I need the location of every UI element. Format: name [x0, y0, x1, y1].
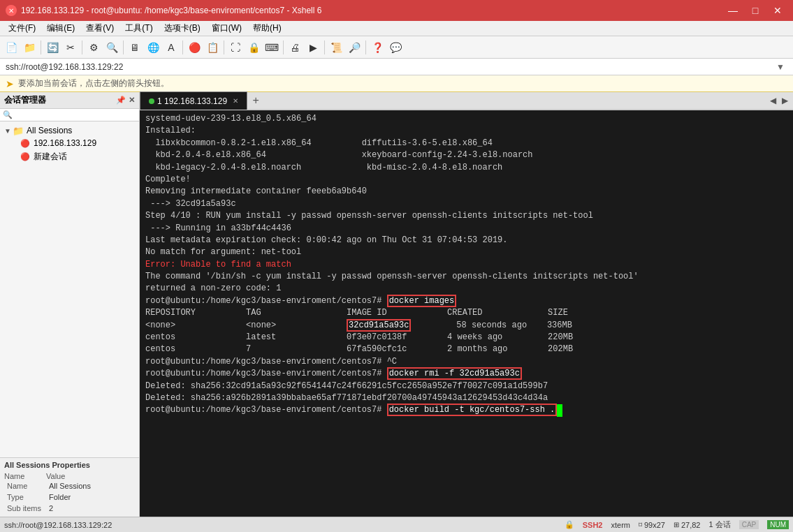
- terminal-cursor: [557, 404, 562, 416]
- menu-file[interactable]: 文件(F): [3, 21, 41, 36]
- status-size: ⌑ 99x27: [639, 521, 665, 529]
- tb-font-btn[interactable]: A: [163, 39, 180, 56]
- tb-help-btn[interactable]: ❓: [369, 39, 386, 56]
- terminal-line: Deleted: sha256:32cd91a5a93c92f6541447c2…: [145, 380, 787, 392]
- tb-globe-btn[interactable]: 🌐: [145, 39, 161, 56]
- tree-new-session-label: 新建会话: [34, 151, 67, 163]
- session-icon: 🔴: [20, 138, 31, 148]
- terminal-line: REPOSITORY TAG IMAGE ID CREATED SIZE: [145, 307, 787, 319]
- terminal-line: Step 4/10 : RUN yum install -y passwd op…: [145, 210, 787, 222]
- tree-host-expand: [11, 140, 20, 147]
- tb-config-btn[interactable]: ⚙: [85, 39, 102, 56]
- menu-view[interactable]: 查看(V): [80, 21, 119, 36]
- terminal-line: <none> <none> 32cd91a5a93c 58 seconds ag…: [145, 320, 787, 332]
- terminal-line: Installed:: [145, 125, 787, 137]
- tb-macro-btn[interactable]: ▶: [305, 39, 321, 56]
- menu-help[interactable]: 帮助(H): [247, 21, 287, 36]
- tb-open-btn[interactable]: 📁: [21, 39, 38, 56]
- minimize-button[interactable]: —: [723, 3, 743, 17]
- tab-area: 1 192.168.133.129 ✕ + ◀ ▶ systemd-udev-2…: [140, 92, 793, 517]
- prop-col-value: Value: [46, 472, 135, 480]
- terminal-line: Last metadata expiration check: 0:00:42 …: [145, 235, 787, 246]
- title-bar-left: ✕ 192.168.133.129 - root@ubuntu: /home/k…: [6, 5, 321, 16]
- tb-sep7: [324, 40, 325, 54]
- tab-add-button[interactable]: +: [247, 92, 264, 109]
- menu-tools[interactable]: 工具(T): [119, 21, 158, 36]
- session-panel-title: 会话管理器: [4, 94, 46, 106]
- panel-close-icon[interactable]: ✕: [129, 96, 135, 105]
- session-panel-header-icons[interactable]: 📌 ✕: [116, 96, 135, 105]
- terminal-line: systemd-udev-239-13.el8_0.5.x86_64: [145, 113, 787, 125]
- status-lock-icon: 🔒: [565, 520, 574, 529]
- terminal-line: centos 7 67fa590cfc1c 2 months ago 202MB: [145, 343, 787, 355]
- prop-value: 2: [46, 503, 135, 514]
- menu-bar: 文件(F) 编辑(E) 查看(V) 工具(T) 选项卡(B) 窗口(W) 帮助(…: [0, 21, 793, 36]
- properties-table: Name Value NameAll SessionsTypeFolderSub…: [4, 472, 135, 514]
- tb-new-btn[interactable]: 📄: [3, 39, 20, 56]
- tb-transfer-btn[interactable]: 📋: [204, 39, 221, 56]
- tree-all-sessions[interactable]: ▼ 📁 All Sessions: [0, 124, 139, 137]
- tb-search-btn[interactable]: 🔍: [103, 39, 120, 56]
- tb-display-btn[interactable]: 🖥: [126, 39, 143, 56]
- tab-arrows[interactable]: ◀ ▶: [768, 96, 793, 105]
- search-icon: 🔍: [3, 110, 13, 119]
- panel-pin-icon[interactable]: 📌: [116, 96, 126, 105]
- tree-expand-icon: ▼: [4, 127, 13, 135]
- terminal-line: libxkbcommon-0.8.2-1.el8.x86_64 diffutil…: [145, 138, 787, 149]
- app-icon: ✕: [6, 5, 17, 16]
- title-bar-controls[interactable]: — □ ✕: [723, 3, 787, 17]
- tab-bar: 1 192.168.133.129 ✕ + ◀ ▶: [140, 92, 793, 110]
- tb-connect-btn[interactable]: 🔴: [186, 39, 203, 56]
- tb-lock-btn[interactable]: 🔒: [245, 39, 262, 56]
- tree-new-session[interactable]: 🔴 新建会话: [0, 149, 139, 164]
- tb-chat-btn[interactable]: 💬: [387, 39, 404, 56]
- status-pos-val: 27,82: [681, 521, 701, 529]
- tb-fullscreen-btn[interactable]: ⛶: [227, 39, 244, 56]
- info-bar-text: 要添加当前会话，点击左侧的箭头按钮。: [18, 77, 169, 89]
- prop-value: All Sessions: [46, 480, 135, 492]
- new-session-icon: 🔴: [20, 152, 31, 162]
- menu-edit[interactable]: 编辑(E): [41, 21, 80, 36]
- terminal-line: root@ubuntu:/home/kgc3/base-enviroment/c…: [145, 295, 787, 307]
- terminal-command-highlight: docker build -t kgc/centos7-ssh .: [387, 404, 558, 416]
- prop-name: Type: [4, 492, 46, 503]
- menu-window[interactable]: 窗口(W): [206, 21, 247, 36]
- terminal[interactable]: systemd-udev-239-13.el8_0.5.x86_64Instal…: [140, 110, 793, 517]
- tb-keyboard-btn[interactable]: ⌨: [263, 39, 280, 56]
- tab-session[interactable]: 1 192.168.133.129 ✕: [140, 91, 247, 110]
- address-dropdown-icon[interactable]: ▼: [776, 62, 787, 72]
- menu-tabs[interactable]: 选项卡(B): [159, 21, 206, 36]
- close-button[interactable]: ✕: [768, 3, 787, 17]
- tb-refresh-btn[interactable]: 🔄: [44, 39, 61, 56]
- tab-next-arrow[interactable]: ▶: [780, 96, 790, 105]
- session-tree: ▼ 📁 All Sessions 🔴 192.168.133.129 🔴 新建会…: [0, 121, 139, 457]
- terminal-line: kbd-legacy-2.0.4-8.el8.noarch kbd-misc-2…: [145, 162, 787, 174]
- status-pos: ⊞ 27,82: [674, 521, 701, 529]
- terminal-image-id-highlight: 32cd91a5a93c: [347, 319, 411, 332]
- maximize-button[interactable]: □: [745, 3, 765, 17]
- search-input[interactable]: [13, 111, 136, 119]
- tb-zoom-btn[interactable]: 🔎: [346, 39, 363, 56]
- tb-script-btn[interactable]: 📜: [328, 39, 344, 56]
- terminal-prompt: root@ubuntu:/home/kgc3/base-enviroment/c…: [145, 369, 387, 378]
- tb-sep1: [41, 40, 41, 54]
- tree-new-expand: [11, 153, 20, 161]
- tb-sep2: [82, 40, 82, 54]
- address-input[interactable]: [6, 62, 776, 72]
- terminal-line: The command '/bin/sh -c yum install -y p…: [145, 271, 787, 283]
- status-bar: ssh://root@192.168.133.129:22 🔒 SSH2 xte…: [0, 517, 793, 532]
- tab-dot: [149, 98, 154, 104]
- terminal-line: root@ubuntu:/home/kgc3/base-enviroment/c…: [145, 356, 787, 368]
- terminal-line: kbd-2.0.4-8.el8.x86_64 xkeyboard-config-…: [145, 149, 787, 161]
- status-size-icon: ⌑: [639, 521, 642, 529]
- tree-host-item[interactable]: 🔴 192.168.133.129: [0, 137, 139, 149]
- num-indicator: NUM: [767, 520, 789, 529]
- tb-print-btn[interactable]: 🖨: [286, 39, 303, 56]
- status-address: ssh://root@192.168.133.129:22: [4, 521, 144, 529]
- tab-prev-arrow[interactable]: ◀: [768, 96, 778, 105]
- tb-cut-btn[interactable]: ✂: [62, 39, 79, 56]
- properties-title: All Sessions Properties: [4, 461, 135, 469]
- tree-all-sessions-label: All Sessions: [27, 126, 72, 135]
- terminal-line: Removing intermediate container feeeb6a9…: [145, 186, 787, 198]
- tab-close-icon[interactable]: ✕: [233, 97, 238, 105]
